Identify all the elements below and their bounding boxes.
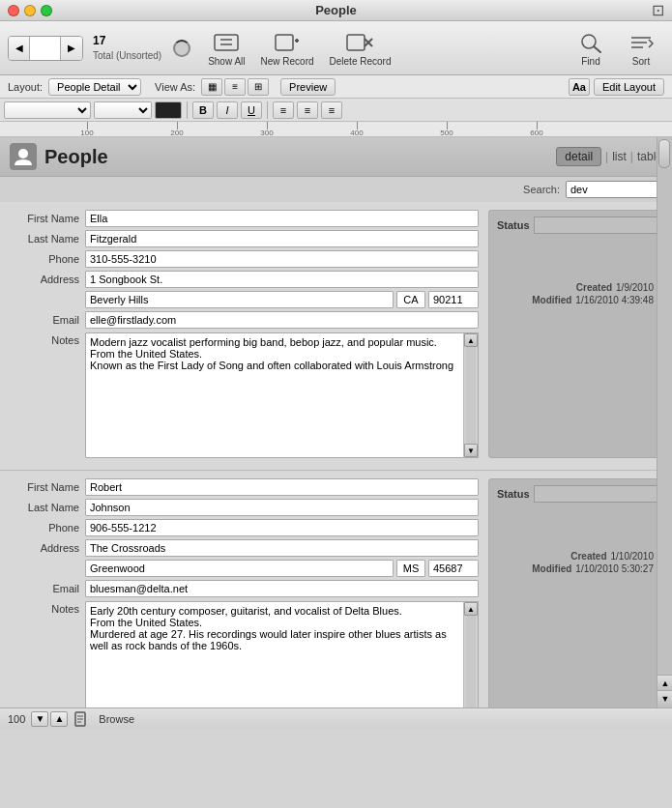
align-right-button[interactable]: ≡	[321, 101, 342, 119]
text-size-button[interactable]: Aa	[569, 78, 590, 96]
page-title: People	[44, 146, 108, 168]
new-record-button[interactable]: New Record	[255, 28, 320, 69]
address-label-1: Address	[10, 274, 79, 285]
created-modified-1: Created 1/9/2010 Modified 1/16/2010 4:39…	[497, 282, 654, 305]
bold-button[interactable]: B	[192, 101, 214, 119]
first-name-input-1[interactable]	[85, 210, 479, 227]
notes-scroll-up-2[interactable]: ▲	[464, 602, 478, 616]
tab-detail[interactable]: detail	[556, 147, 601, 166]
records-count: 17	[93, 34, 105, 49]
italic-button[interactable]: I	[217, 101, 238, 119]
notes-scroll-down-1[interactable]: ▼	[464, 444, 478, 457]
notes-area-2: Notes Early 20th century composer, guita…	[10, 601, 479, 707]
notes-input-2[interactable]: Early 20th century composer, guitarist, …	[85, 601, 479, 707]
first-name-label-2: First Name	[10, 481, 79, 493]
notes-scrollbar-2[interactable]: ▲ ▼	[463, 601, 479, 707]
first-name-row-2: First Name	[10, 478, 479, 496]
status-input-1[interactable]	[534, 216, 669, 234]
city-input-1[interactable]	[85, 291, 394, 308]
modified-row-2: Modified 1/10/2010 5:30:27	[497, 563, 654, 574]
view-list-button[interactable]: ≡	[224, 78, 246, 96]
phone-input-2[interactable]	[85, 519, 479, 536]
layout-select[interactable]: People Detail	[48, 78, 141, 96]
layout-label: Layout:	[8, 81, 43, 93]
address-input-2[interactable]	[85, 539, 479, 557]
svg-line-10	[594, 46, 600, 52]
address-row-2: Address	[10, 539, 479, 557]
tab-separator-2: |	[630, 150, 633, 163]
first-name-input-2[interactable]	[85, 478, 479, 496]
underline-button[interactable]: U	[241, 101, 262, 119]
main-scroll-down[interactable]: ▼	[657, 690, 672, 706]
delete-record-button[interactable]: Delete Record	[324, 28, 397, 69]
close-button[interactable]	[8, 5, 19, 16]
font-size-select[interactable]	[94, 101, 152, 119]
sort-button[interactable]: Sort	[618, 28, 664, 69]
tab-list[interactable]: list	[612, 150, 627, 163]
view-table-button[interactable]: ⊞	[248, 78, 269, 96]
ruler-mark-400: 400	[350, 129, 363, 137]
modified-value-2: 1/10/2010 5:30:27	[575, 563, 654, 574]
phone-input-1[interactable]	[85, 250, 479, 268]
zip-input-1[interactable]	[428, 291, 479, 308]
email-input-2[interactable]	[85, 580, 479, 597]
show-all-button[interactable]: Show All	[202, 28, 250, 69]
people-header: People detail | list | table	[0, 137, 672, 177]
status-row-2: Status	[497, 485, 654, 503]
ruler-mark-600: 600	[530, 129, 542, 137]
minimize-button[interactable]	[24, 5, 36, 16]
maximize-button[interactable]	[41, 5, 52, 16]
phone-row-2: Phone	[10, 519, 479, 536]
font-name-select[interactable]	[4, 101, 91, 119]
zoom-increase-button[interactable]: ▲	[50, 711, 68, 727]
svg-rect-3	[276, 35, 293, 50]
created-value-1: 1/9/2010	[616, 282, 654, 293]
ruler-tick-500	[447, 122, 448, 130]
notes-area-1: Notes Modern jazz vocalist performing bi…	[10, 332, 479, 458]
view-form-button[interactable]: ▦	[201, 78, 222, 96]
spinner-group	[173, 40, 190, 57]
zip-input-2[interactable]	[428, 560, 479, 577]
notes-scrollbar-1[interactable]: ▲ ▼	[463, 332, 479, 458]
notes-input-1[interactable]: Modern jazz vocalist performing big band…	[85, 332, 479, 458]
state-input-1[interactable]	[396, 291, 425, 308]
find-label: Find	[581, 56, 599, 67]
ruler: 100 200 300 400 500 600	[0, 122, 672, 137]
align-left-button[interactable]: ≡	[273, 101, 294, 119]
last-name-input-1[interactable]	[85, 230, 479, 247]
record-number-input[interactable]: 9	[30, 37, 61, 60]
notes-scroll-up-1[interactable]: ▲	[464, 333, 478, 347]
last-name-input-2[interactable]	[85, 499, 479, 516]
edit-layout-button[interactable]: Edit Layout	[594, 78, 664, 96]
last-name-label-2: Last Name	[10, 502, 79, 513]
address-input-1[interactable]	[85, 271, 479, 288]
record-2-main: First Name Last Name Phone Address	[0, 478, 672, 707]
nav-back-button[interactable]: ◀	[9, 37, 30, 60]
nav-forward-button[interactable]: ▶	[61, 37, 82, 60]
email-label-1: Email	[10, 314, 79, 326]
search-input[interactable]: dev	[566, 181, 662, 198]
zoom-decrease-button[interactable]: ▼	[31, 711, 48, 727]
text-color-picker[interactable]	[155, 101, 182, 119]
email-row-2: Email	[10, 580, 479, 597]
status-input-2[interactable]	[534, 485, 669, 503]
page-icon	[73, 711, 89, 727]
ruler-tick-200	[177, 122, 178, 130]
email-input-1[interactable]	[85, 311, 479, 329]
state-input-2[interactable]	[396, 560, 425, 577]
status-label-2: Status	[497, 488, 530, 500]
zoom-buttons: ▼ ▲	[31, 711, 68, 727]
ruler-mark-100: 100	[80, 129, 93, 137]
find-button[interactable]: Find	[568, 28, 614, 69]
main-scroll-thumb[interactable]	[658, 139, 670, 168]
city-input-2[interactable]	[85, 560, 394, 577]
svg-rect-6	[347, 35, 365, 50]
main-scrollbar[interactable]: ▲ ▼	[657, 137, 672, 707]
align-center-button[interactable]: ≡	[297, 101, 318, 119]
window-title: People	[315, 3, 357, 17]
preview-button[interactable]: Preview	[280, 78, 336, 96]
ruler-tick-600	[537, 122, 538, 130]
modified-value-1: 1/16/2010 4:39:48	[575, 295, 654, 305]
modified-label-2: Modified	[532, 563, 571, 574]
main-scroll-up[interactable]: ▲	[657, 675, 672, 690]
